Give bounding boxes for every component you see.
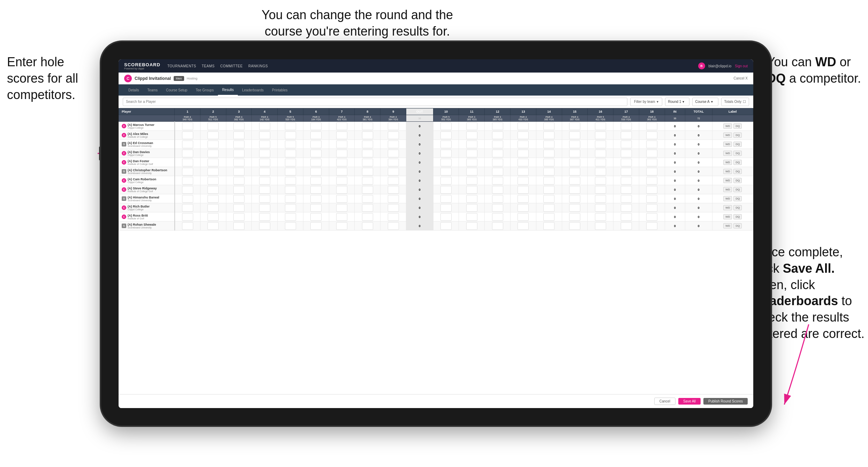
hole-1-cell[interactable] — [175, 167, 201, 176]
score-input-h7[interactable] — [336, 150, 347, 157]
score-input-h10[interactable] — [440, 168, 452, 175]
hole-2-cell[interactable] — [200, 140, 226, 149]
score-input-h11[interactable] — [466, 150, 477, 157]
score-input-h11[interactable] — [466, 186, 477, 194]
score-input-h1[interactable] — [182, 177, 193, 184]
score-input-h6[interactable] — [310, 159, 322, 166]
hole-4-cell[interactable] — [252, 185, 278, 194]
hole-1-cell[interactable] — [175, 185, 201, 194]
score-input-h11[interactable] — [466, 177, 477, 184]
score-input-h8[interactable] — [362, 141, 373, 148]
score-input-h15[interactable] — [569, 213, 580, 221]
score-input-h13[interactable] — [518, 195, 529, 203]
score-input-h13[interactable] — [518, 141, 529, 148]
score-input-h10[interactable] — [440, 177, 452, 184]
hole-6-cell[interactable] — [303, 140, 329, 149]
hole-2-cell[interactable] — [200, 167, 226, 176]
score-input-h8[interactable] — [362, 131, 373, 139]
score-input-h10[interactable] — [440, 131, 452, 139]
hole-9-cell[interactable] — [380, 221, 406, 231]
hole-14-cell[interactable] — [536, 194, 562, 203]
score-input-h14[interactable] — [543, 195, 554, 203]
hole-9-cell[interactable] — [380, 131, 406, 140]
hole-8-cell[interactable] — [355, 167, 380, 176]
hole-4-cell[interactable] — [252, 149, 278, 158]
hole-15-cell[interactable] — [562, 176, 588, 185]
hole-17-cell[interactable] — [613, 176, 639, 185]
hole-14-cell[interactable] — [536, 221, 562, 231]
score-input-h3[interactable] — [233, 122, 244, 130]
dq-button[interactable]: DQ — [733, 169, 742, 174]
hole-12-cell[interactable] — [485, 203, 511, 212]
score-input-h7[interactable] — [336, 159, 347, 166]
score-input-h18[interactable] — [646, 131, 657, 139]
hole-5-cell[interactable] — [278, 176, 303, 185]
hole-17-cell[interactable] — [613, 203, 639, 212]
score-input-h4[interactable] — [259, 141, 270, 148]
score-input-h16[interactable] — [595, 159, 606, 166]
hole-7-cell[interactable] — [329, 167, 355, 176]
hole-15-cell[interactable] — [562, 140, 588, 149]
score-input-h14[interactable] — [543, 222, 554, 230]
score-input-h1[interactable] — [182, 150, 193, 157]
score-input-h12[interactable] — [492, 204, 503, 212]
hole-2-cell[interactable] — [200, 185, 226, 194]
score-input-h1[interactable] — [182, 141, 193, 148]
hole-16-cell[interactable] — [588, 158, 613, 167]
hole-3-cell[interactable] — [226, 221, 252, 231]
hole-14-cell[interactable] — [536, 131, 562, 140]
score-input-h8[interactable] — [362, 159, 373, 166]
hole-16-cell[interactable] — [588, 203, 613, 212]
hole-14-cell[interactable] — [536, 140, 562, 149]
score-input-h3[interactable] — [233, 204, 244, 212]
hole-17-cell[interactable] — [613, 212, 639, 221]
hole-13-cell[interactable] — [511, 122, 536, 131]
wd-button[interactable]: WD — [723, 169, 732, 174]
score-input-h5[interactable] — [285, 222, 296, 230]
hole-6-cell[interactable] — [303, 203, 329, 212]
wd-button[interactable]: WD — [723, 151, 732, 156]
score-input-h15[interactable] — [569, 168, 580, 175]
publish-round-scores-button[interactable]: Publish Round Scores — [703, 398, 748, 405]
score-input-h9[interactable] — [388, 186, 399, 194]
score-input-h15[interactable] — [569, 150, 580, 157]
score-input-h9[interactable] — [388, 213, 399, 221]
score-input-h5[interactable] — [285, 213, 296, 221]
hole-6-cell[interactable] — [303, 194, 329, 203]
hole-2-cell[interactable] — [200, 158, 226, 167]
score-input-h4[interactable] — [259, 213, 270, 221]
hole-1-cell[interactable] — [175, 158, 201, 167]
score-input-h7[interactable] — [336, 168, 347, 175]
footer-cancel-button[interactable]: Cancel — [654, 398, 675, 405]
hole-18-cell[interactable] — [639, 176, 665, 185]
hole-10-cell[interactable] — [433, 194, 459, 203]
score-input-h14[interactable] — [543, 204, 554, 212]
score-input-h6[interactable] — [310, 131, 322, 139]
score-input-h2[interactable] — [207, 204, 219, 212]
dq-button[interactable]: DQ — [733, 223, 742, 228]
sign-out-link[interactable]: Sign out — [735, 64, 748, 68]
hole-1-cell[interactable] — [175, 131, 201, 140]
score-input-h11[interactable] — [466, 222, 477, 230]
tab-teams[interactable]: Teams — [143, 84, 162, 96]
score-input-h9[interactable] — [388, 159, 399, 166]
score-input-h17[interactable] — [621, 150, 632, 157]
hole-12-cell[interactable] — [485, 221, 511, 231]
score-input-h18[interactable] — [646, 213, 657, 221]
hole-1-cell[interactable] — [175, 140, 201, 149]
score-input-h4[interactable] — [259, 177, 270, 184]
hole-13-cell[interactable] — [511, 185, 536, 194]
hole-7-cell[interactable] — [329, 122, 355, 131]
hole-8-cell[interactable] — [355, 185, 380, 194]
score-input-h16[interactable] — [595, 222, 606, 230]
hole-18-cell[interactable] — [639, 194, 665, 203]
hole-15-cell[interactable] — [562, 167, 588, 176]
score-input-h11[interactable] — [466, 195, 477, 203]
hole-2-cell[interactable] — [200, 176, 226, 185]
score-input-h11[interactable] — [466, 131, 477, 139]
hole-9-cell[interactable] — [380, 158, 406, 167]
score-input-h11[interactable] — [466, 122, 477, 130]
score-input-h1[interactable] — [182, 122, 193, 130]
hole-3-cell[interactable] — [226, 194, 252, 203]
score-input-h12[interactable] — [492, 141, 503, 148]
